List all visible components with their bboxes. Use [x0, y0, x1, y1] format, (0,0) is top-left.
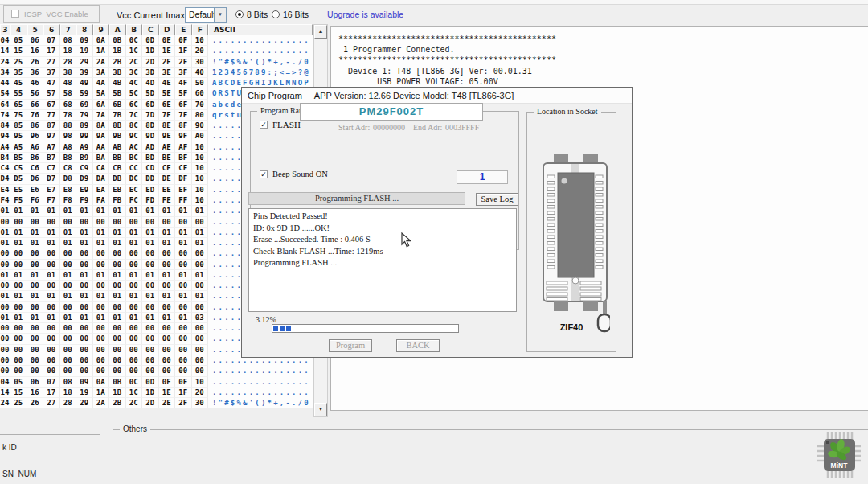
hex-cell[interactable]: 79: [76, 110, 93, 121]
hex-cell[interactable]: 01: [93, 238, 110, 248]
hex-cell[interactable]: 01: [60, 313, 77, 323]
hex-cell[interactable]: 87: [43, 121, 60, 131]
hex-cell[interactable]: FE: [159, 195, 176, 206]
hex-cell[interactable]: 00: [175, 345, 192, 355]
hex-cell[interactable]: 00: [43, 355, 60, 366]
hex-cell[interactable]: 00: [27, 355, 44, 366]
hex-cell[interactable]: 07: [43, 377, 60, 388]
hex-cell[interactable]: DC: [126, 174, 143, 184]
hex-cell[interactable]: 00: [76, 355, 93, 366]
hex-cell[interactable]: 16: [27, 46, 44, 56]
hex-cell[interactable]: 76: [27, 110, 44, 121]
hex-cell[interactable]: 01: [192, 291, 209, 301]
hex-cell[interactable]: 00: [60, 345, 77, 355]
hex-cell[interactable]: 4E: [159, 78, 176, 88]
hex-cell[interactable]: 67: [43, 100, 60, 110]
hex-cell[interactable]: 29: [76, 398, 93, 408]
hex-cell[interactable]: 00: [192, 323, 209, 334]
hex-cell[interactable]: 01: [27, 313, 44, 323]
hex-cell[interactable]: 00: [76, 334, 93, 344]
hex-cell[interactable]: 01: [109, 270, 126, 281]
hex-cell[interactable]: 01: [192, 270, 209, 281]
hex-cell[interactable]: 5A: [93, 88, 110, 99]
hex-cell[interactable]: 00: [142, 323, 159, 334]
hex-cell[interactable]: 85: [10, 121, 27, 131]
hex-cell[interactable]: 1C: [126, 46, 143, 56]
hex-cell[interactable]: 01: [0, 291, 10, 301]
hex-cell[interactable]: 00: [159, 355, 176, 366]
hex-cell[interactable]: 5C: [126, 88, 143, 99]
hex-cell[interactable]: E4: [0, 185, 10, 195]
hex-cell[interactable]: 01: [60, 291, 77, 301]
hex-cell[interactable]: 10: [192, 174, 209, 184]
hex-cell[interactable]: 89: [76, 121, 93, 131]
hex-cell[interactable]: 00: [27, 302, 44, 313]
hex-cell[interactable]: 00: [175, 260, 192, 270]
hex-cell[interactable]: 3B: [109, 68, 126, 78]
hex-cell[interactable]: 07: [43, 35, 60, 46]
hex-cell[interactable]: FB: [109, 195, 126, 206]
hex-cell[interactable]: 3E: [159, 68, 176, 78]
hex-cell[interactable]: 37: [43, 68, 60, 78]
hex-cell[interactable]: CF: [175, 163, 192, 174]
hex-cell[interactable]: 2D: [142, 57, 159, 68]
hex-cell[interactable]: 00: [43, 260, 60, 270]
hex-cell[interactable]: 00: [142, 281, 159, 291]
hex-cell[interactable]: 66: [27, 100, 44, 110]
hex-cell[interactable]: EE: [159, 185, 176, 195]
hex-cell[interactable]: 97: [43, 131, 60, 142]
hex-cell[interactable]: EC: [126, 185, 143, 195]
hex-cell[interactable]: 00: [159, 281, 176, 291]
hex-cell[interactable]: 0D: [142, 35, 159, 46]
hex-cell[interactable]: 01: [159, 291, 176, 301]
hex-cell[interactable]: 04: [0, 377, 10, 388]
hex-cell[interactable]: 4F: [175, 78, 192, 88]
hex-cell[interactable]: 1D: [142, 46, 159, 56]
hex-cell[interactable]: A0: [192, 131, 209, 142]
hex-cell[interactable]: 2C: [126, 57, 143, 68]
hex-cell[interactable]: 00: [0, 281, 10, 291]
hex-cell[interactable]: 01: [76, 206, 93, 216]
hex-cell[interactable]: 0F: [175, 377, 192, 388]
hex-cell[interactable]: 00: [60, 334, 77, 344]
hex-cell[interactable]: 00: [109, 248, 126, 259]
hex-cell[interactable]: 0E: [159, 377, 176, 388]
hex-cell[interactable]: 2E: [159, 398, 176, 408]
hex-cell[interactable]: 00: [192, 217, 209, 228]
hex-cell[interactable]: 1F: [175, 46, 192, 56]
hex-cell[interactable]: 00: [27, 281, 44, 291]
hex-cell[interactable]: A7: [43, 142, 60, 153]
hex-cell[interactable]: 9C: [126, 131, 143, 142]
hex-cell[interactable]: 00: [93, 248, 110, 259]
hex-cell[interactable]: D5: [10, 174, 27, 184]
hex-cell[interactable]: 01: [27, 206, 44, 216]
hex-cell[interactable]: 00: [93, 334, 110, 344]
hex-cell[interactable]: 00: [175, 366, 192, 376]
hex-cell[interactable]: 01: [159, 206, 176, 216]
hex-cell[interactable]: 7A: [93, 110, 110, 121]
hex-cell[interactable]: 39: [76, 68, 93, 78]
hex-cell[interactable]: 50: [192, 78, 209, 88]
hex-cell[interactable]: 40: [192, 68, 209, 78]
hex-cell[interactable]: 18: [60, 388, 77, 398]
hex-cell[interactable]: 58: [60, 88, 77, 99]
hex-cell[interactable]: 01: [126, 228, 143, 238]
hex-cell[interactable]: E9: [76, 185, 93, 195]
hex-cell[interactable]: 26: [27, 398, 44, 408]
hex-cell[interactable]: C7: [43, 163, 60, 174]
hex-cell[interactable]: A6: [27, 142, 44, 153]
hex-cell[interactable]: 00: [93, 302, 110, 313]
hex-cell[interactable]: 34: [0, 68, 10, 78]
hex-cell[interactable]: BE: [159, 153, 176, 163]
hex-cell[interactable]: B8: [60, 153, 77, 163]
hex-cell[interactable]: 19: [76, 46, 93, 56]
hex-cell[interactable]: 00: [43, 217, 60, 228]
hex-cell[interactable]: 00: [192, 281, 209, 291]
hex-cell[interactable]: D8: [60, 174, 77, 184]
hex-cell[interactable]: 00: [0, 260, 10, 270]
hex-cell[interactable]: 01: [0, 313, 10, 323]
hex-cell[interactable]: 00: [43, 323, 60, 334]
hex-cell[interactable]: 01: [10, 291, 27, 301]
hex-cell[interactable]: 00: [10, 355, 27, 366]
hex-cell[interactable]: 26: [27, 57, 44, 68]
